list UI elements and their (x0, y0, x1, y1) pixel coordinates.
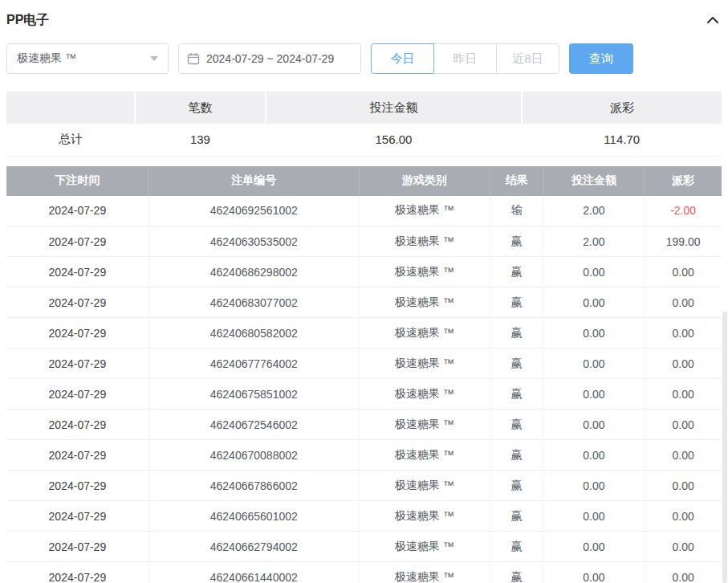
cell-game-type: 极速糖果 ™ (359, 440, 490, 471)
cell-bet-amount: 2.00 (543, 196, 645, 226)
cell-bet-id: 46240630535002 (148, 226, 359, 257)
date-range-value: 2024-07-29 ~ 2024-07-29 (206, 52, 334, 65)
cell-bet-id: 46240692561002 (148, 196, 359, 226)
cell-payout: 0.00 (645, 440, 722, 471)
cell-game-type: 极速糖果 ™ (359, 532, 490, 562)
cell-bet-amount: 0.00 (543, 440, 645, 471)
cell-result: 赢 (490, 257, 543, 287)
cell-result: 赢 (490, 379, 543, 410)
records-body: 2024-07-2946240692561002极速糖果 ™输2.00-2.00… (6, 196, 722, 583)
cell-result: 赢 (490, 562, 543, 583)
summary-total-payout: 114.70 (522, 124, 722, 156)
cell-bet-id: 46240661440002 (148, 562, 359, 583)
cell-game-type: 极速糖果 ™ (359, 318, 490, 349)
today-button[interactable]: 今日 (371, 43, 434, 74)
cell-bet-time: 2024-07-29 (6, 196, 148, 226)
cell-result: 赢 (490, 410, 543, 440)
cell-bet-time: 2024-07-29 (6, 440, 148, 471)
cell-bet-id: 46240677764002 (148, 349, 359, 379)
cell-game-type: 极速糖果 ™ (359, 410, 490, 440)
chevron-down-icon (150, 56, 158, 61)
cell-game-type: 极速糖果 ™ (359, 287, 490, 318)
cell-game-type: 极速糖果 ™ (359, 562, 490, 583)
table-row: 2024-07-2946240665601002极速糖果 ™赢0.000.00 (6, 501, 722, 532)
table-row: 2024-07-2946240670088002极速糖果 ™赢0.000.00 (6, 440, 722, 471)
table-row: 2024-07-2946240686298002极速糖果 ™赢0.000.00 (6, 257, 722, 287)
cell-game-type: 极速糖果 ™ (359, 257, 490, 287)
cell-bet-amount: 0.00 (543, 349, 645, 379)
summary-total-bet-amount: 156.00 (266, 124, 523, 156)
cell-bet-amount: 0.00 (543, 471, 645, 501)
cell-bet-time: 2024-07-29 (6, 287, 148, 318)
summary-header-bet-amount: 投注金额 (266, 92, 523, 124)
scrollbar[interactable] (722, 312, 727, 583)
cell-game-type: 极速糖果 ™ (359, 349, 490, 379)
yesterday-button[interactable]: 昨日 (433, 43, 497, 74)
summary-total-label: 总计 (6, 124, 135, 156)
cell-payout: 0.00 (645, 287, 722, 318)
cell-bet-amount: 0.00 (543, 410, 645, 440)
summary-header-blank (6, 92, 135, 124)
cell-result: 赢 (490, 471, 543, 501)
column-bet-amount: 投注金额 (543, 166, 645, 196)
betting-records-panel: PP电子 极速糖果 ™ 2024-07-29 ~ 2024-07-29 (0, 0, 728, 583)
column-result: 结果 (490, 166, 543, 196)
cell-bet-amount: 2.00 (543, 226, 645, 257)
column-payout: 派彩 (645, 166, 722, 196)
panel-header: PP电子 (6, 6, 722, 34)
cell-result: 赢 (490, 440, 543, 471)
last-8-days-button[interactable]: 近8日 (496, 43, 559, 74)
cell-bet-time: 2024-07-29 (6, 532, 148, 562)
cell-bet-time: 2024-07-29 (6, 501, 148, 532)
cell-bet-time: 2024-07-29 (6, 257, 148, 287)
cell-payout: 199.00 (645, 226, 722, 257)
cell-bet-id: 46240672546002 (148, 410, 359, 440)
cell-result: 赢 (490, 349, 543, 379)
cell-result: 输 (490, 196, 543, 226)
cell-game-type: 极速糖果 ™ (359, 226, 490, 257)
cell-payout: -2.00 (645, 196, 722, 226)
cell-bet-time: 2024-07-29 (6, 379, 148, 410)
table-row: 2024-07-2946240683077002极速糖果 ™赢0.000.00 (6, 287, 722, 318)
cell-game-type: 极速糖果 ™ (359, 379, 490, 410)
cell-result: 赢 (490, 318, 543, 349)
page-title: PP电子 (6, 12, 49, 29)
cell-bet-time: 2024-07-29 (6, 410, 148, 440)
game-select-value: 极速糖果 ™ (17, 51, 76, 66)
cell-game-type: 极速糖果 ™ (359, 196, 490, 226)
cell-bet-amount: 0.00 (543, 287, 645, 318)
query-button[interactable]: 查询 (569, 43, 633, 74)
cell-game-type: 极速糖果 ™ (359, 471, 490, 501)
cell-result: 赢 (490, 532, 543, 562)
cell-bet-amount: 0.00 (543, 562, 645, 583)
records-header-row: 下注时间 注单编号 游戏类别 结果 投注金额 派彩 (6, 166, 722, 196)
summary-table: 笔数 投注金额 派彩 总计 139 156.00 114.70 (6, 92, 722, 157)
collapse-chevron-up-icon[interactable] (704, 11, 722, 29)
cell-bet-amount: 0.00 (543, 257, 645, 287)
calendar-icon (187, 52, 200, 65)
cell-bet-time: 2024-07-29 (6, 226, 148, 257)
column-bet-time: 下注时间 (6, 166, 148, 196)
summary-total-count: 139 (135, 124, 265, 156)
cell-bet-time: 2024-07-29 (6, 562, 148, 583)
cell-result: 赢 (490, 226, 543, 257)
table-row: 2024-07-2946240672546002极速糖果 ™赢0.000.00 (6, 410, 722, 440)
summary-header-payout: 派彩 (522, 92, 722, 124)
table-row: 2024-07-2946240667866002极速糖果 ™赢0.000.00 (6, 471, 722, 501)
cell-bet-id: 46240680582002 (148, 318, 359, 349)
date-range-input[interactable]: 2024-07-29 ~ 2024-07-29 (178, 43, 361, 74)
table-row: 2024-07-2946240680582002极速糖果 ™赢0.000.00 (6, 318, 722, 349)
cell-bet-amount: 0.00 (543, 379, 645, 410)
cell-bet-amount: 0.00 (543, 318, 645, 349)
cell-payout: 0.00 (645, 349, 722, 379)
cell-bet-id: 46240683077002 (148, 287, 359, 318)
quick-date-button-group: 今日 昨日 近8日 (371, 43, 559, 74)
cell-game-type: 极速糖果 ™ (359, 501, 490, 532)
cell-bet-id: 46240686298002 (148, 257, 359, 287)
game-select[interactable]: 极速糖果 ™ (6, 43, 169, 74)
table-row: 2024-07-2946240661440002极速糖果 ™赢0.000.00 (6, 562, 722, 583)
table-row: 2024-07-2946240630535002极速糖果 ™赢2.00199.0… (6, 226, 722, 257)
cell-payout: 0.00 (645, 379, 722, 410)
cell-bet-id: 46240667866002 (148, 471, 359, 501)
records-table: 下注时间 注单编号 游戏类别 结果 投注金额 派彩 2024-07-294624… (6, 166, 722, 583)
